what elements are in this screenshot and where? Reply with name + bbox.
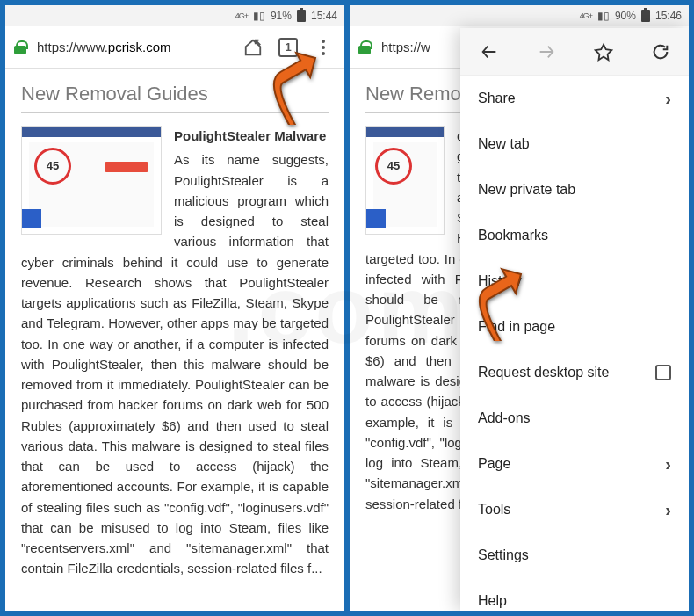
menu-item-page[interactable]: Page› <box>460 441 689 487</box>
article-thumbnail[interactable]: 45 <box>21 126 162 235</box>
status-bar: 4G+ ▮▯ 91% 15:44 <box>5 5 344 26</box>
signal-icon: ▮▯ <box>597 10 610 22</box>
page-content: New Removal Guides 45 PoulightStealer Ma… <box>5 69 344 611</box>
menu-item-share[interactable]: Share› <box>460 76 689 121</box>
tutorial-arrow-history <box>476 267 539 341</box>
menu-item-request-desktop[interactable]: Request desktop site <box>460 350 689 395</box>
network-indicator: 4G+ <box>235 11 248 20</box>
back-icon[interactable] <box>479 41 500 62</box>
menu-nav-row <box>460 28 689 76</box>
network-indicator: 4G+ <box>580 11 592 20</box>
bookmark-star-icon[interactable] <box>593 41 614 62</box>
menu-list: Share› New tab New private tab Bookmarks… <box>460 76 689 611</box>
url-text: https://www.pcrisk.com <box>37 40 230 54</box>
battery-percent: 90% <box>615 10 636 22</box>
tutorial-arrow-menu <box>271 51 334 125</box>
menu-item-new-tab[interactable]: New tab <box>460 121 689 167</box>
screenshot-right: 4G+ ▮▯ 90% 15:46 https://w New Remo 45 c… <box>350 5 689 611</box>
forward-icon <box>536 41 557 62</box>
clock: 15:46 <box>655 10 682 22</box>
checkbox-icon[interactable] <box>655 365 671 380</box>
lock-icon <box>14 40 26 54</box>
thumb-score: 45 <box>375 148 412 185</box>
chevron-right-icon: › <box>665 89 671 109</box>
menu-item-help[interactable]: Help <box>460 578 689 611</box>
battery-icon <box>297 10 306 22</box>
article-block: 45 PoulightStealer Malware As its name s… <box>21 126 329 579</box>
menu-item-settings[interactable]: Settings <box>460 533 689 578</box>
battery-icon <box>641 10 650 22</box>
article-thumbnail[interactable]: 45 <box>365 126 445 235</box>
status-bar: 4G+ ▮▯ 90% 15:46 <box>350 5 689 26</box>
chevron-right-icon: › <box>665 500 671 520</box>
home-icon[interactable] <box>241 35 265 60</box>
reload-icon[interactable] <box>650 41 671 62</box>
clock: 15:44 <box>311 10 337 22</box>
screenshot-left: 4G+ ▮▯ 91% 15:44 https://www.pcrisk.com … <box>5 5 344 611</box>
menu-item-add-ons[interactable]: Add-ons <box>460 395 689 441</box>
battery-percent: 91% <box>271 10 292 22</box>
chevron-right-icon: › <box>665 454 671 475</box>
lock-icon <box>358 40 371 54</box>
signal-icon: ▮▯ <box>253 10 265 22</box>
menu-item-bookmarks[interactable]: Bookmarks <box>460 213 689 258</box>
thumb-score: 45 <box>34 148 71 185</box>
menu-item-new-private-tab[interactable]: New private tab <box>460 167 689 213</box>
menu-item-tools[interactable]: Tools› <box>460 487 689 533</box>
